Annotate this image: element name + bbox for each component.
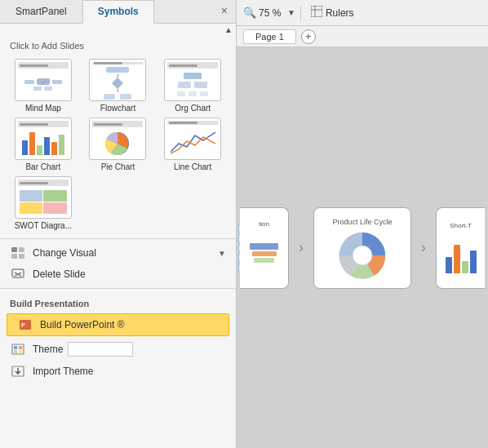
svg-rect-12 xyxy=(19,346,22,349)
svg-rect-11 xyxy=(14,346,17,349)
slides-grid: · Mind Map xyxy=(0,54,236,235)
slide-label-linechart: Line Chart xyxy=(174,162,211,171)
import-theme-item[interactable]: Import Theme xyxy=(0,361,236,382)
slide-thumb-mindmap: · xyxy=(15,59,72,101)
node1-label: tion xyxy=(259,220,269,228)
scroll-indicator: ▲ xyxy=(0,24,236,36)
svg-rect-5 xyxy=(12,269,24,277)
close-icon[interactable]: × xyxy=(218,4,231,17)
rulers-button[interactable]: Rulers xyxy=(306,4,359,21)
section-title: Click to Add Slides xyxy=(0,36,236,54)
build-powerpoint-icon: P xyxy=(17,318,33,331)
slide-thumb-piechart xyxy=(89,118,146,160)
svg-rect-13 xyxy=(14,350,17,353)
svg-rect-2 xyxy=(19,247,24,252)
slide-thumb-barchart xyxy=(15,118,72,160)
slide-item-swot[interactable]: SWOT Diagra... xyxy=(8,176,78,230)
add-page-button[interactable]: + xyxy=(301,29,316,44)
slide-thumb-orgchart xyxy=(164,59,221,101)
import-theme-icon xyxy=(10,365,26,378)
canvas-content: tion › Product Life Cycle xyxy=(240,207,485,289)
svg-rect-4 xyxy=(19,254,24,259)
svg-rect-17 xyxy=(311,6,322,17)
zoom-icon: 🔍 xyxy=(243,7,256,19)
slide-thumb-swot xyxy=(15,176,72,219)
page-tabs: Page 1 + xyxy=(237,26,488,47)
slide-label-barchart: Bar Chart xyxy=(25,162,60,171)
rulers-label: Rulers xyxy=(326,7,354,19)
scroll-up-icon[interactable]: ▲ xyxy=(224,25,233,34)
arrow-2: › xyxy=(411,239,436,256)
node2-visual xyxy=(330,229,395,278)
tab-smartpanel[interactable]: SmartPanel xyxy=(0,0,82,23)
separator-2 xyxy=(0,288,236,289)
slide-label-swot: SWOT Diagra... xyxy=(15,221,72,230)
slide-label-piechart: Pie Chart xyxy=(101,162,135,171)
build-powerpoint-button[interactable]: P Build PowerPoint ® xyxy=(7,313,229,336)
svg-rect-14 xyxy=(19,350,22,353)
node-product-lifecycle[interactable]: Product Life Cycle xyxy=(313,207,411,289)
zoom-dropdown[interactable]: ▼ xyxy=(287,8,295,17)
slide-item-flowchart[interactable]: Flowchart xyxy=(83,59,153,113)
svg-text:P: P xyxy=(21,322,25,328)
smart-panel: SmartPanel Symbols × ▲ Click to Add Slid… xyxy=(0,0,237,448)
slide-label-flowchart: Flowchart xyxy=(100,104,135,113)
delete-slide-icon xyxy=(10,268,26,281)
panel-tabs: SmartPanel Symbols × xyxy=(0,0,236,24)
node3-barchart xyxy=(442,233,480,273)
slide-item-linechart[interactable]: Line Chart xyxy=(157,118,228,171)
theme-input[interactable] xyxy=(68,342,133,357)
node2-label: Product Life Cycle xyxy=(332,218,392,226)
svg-point-21 xyxy=(353,246,372,265)
zoom-value: 75 % xyxy=(259,7,285,19)
arrow-1: › xyxy=(289,239,313,256)
slide-item-orgchart[interactable]: Org Chart xyxy=(157,59,228,113)
slide-item-mindmap[interactable]: · Mind Map xyxy=(8,59,78,113)
change-visual-arrow: ▼ xyxy=(218,249,226,258)
delete-slide-item[interactable]: Delete Slide xyxy=(0,264,236,285)
node3-label: Short-T xyxy=(450,222,472,229)
page-tab-1[interactable]: Page 1 xyxy=(243,29,296,44)
canvas-panel: 🔍 75 % ▼ Rulers Page 1 + xyxy=(237,0,488,448)
slide-label-mindmap: Mind Map xyxy=(25,104,61,113)
change-visual-icon xyxy=(10,246,26,259)
node-left-partial: tion xyxy=(240,207,289,289)
zoom-control: 🔍 75 % ▼ xyxy=(243,7,295,19)
slide-item-piechart[interactable]: Pie Chart xyxy=(83,118,153,171)
node-right-partial: Short-T xyxy=(436,207,485,289)
slide-item-barchart[interactable]: Bar Chart xyxy=(8,118,78,171)
rulers-icon xyxy=(311,6,322,20)
toolbar: 🔍 75 % ▼ Rulers xyxy=(237,0,488,26)
separator-1 xyxy=(0,238,236,239)
build-section-title: Build Presentation xyxy=(0,292,236,312)
svg-rect-1 xyxy=(11,247,17,252)
change-visual-item[interactable]: Change Visual ▼ xyxy=(0,242,236,264)
slide-thumb-flowchart xyxy=(89,59,146,101)
slide-thumb-linechart xyxy=(164,118,221,160)
theme-icon xyxy=(10,343,26,356)
tab-symbols[interactable]: Symbols xyxy=(82,0,154,24)
slide-label-orgchart: Org Chart xyxy=(175,104,211,113)
theme-item: Theme xyxy=(0,338,236,361)
toolbar-divider xyxy=(300,6,301,20)
svg-rect-3 xyxy=(11,254,17,259)
canvas-area: tion › Product Life Cycle xyxy=(237,47,488,448)
